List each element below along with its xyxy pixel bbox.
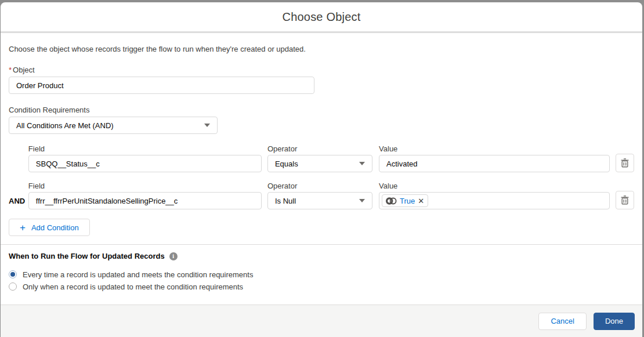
add-condition-label: Add Condition [31, 223, 79, 232]
page-title: Choose Object [283, 10, 361, 24]
condition-2-field-value: ffrr__ffrrPerUnitStandaloneSellingPrice_… [36, 197, 178, 205]
field-column-label: Field [28, 144, 262, 153]
condition-2-field-input[interactable]: ffrr__ffrrPerUnitStandaloneSellingPrice_… [28, 192, 262, 209]
done-button[interactable]: Done [594, 313, 635, 330]
add-condition-button[interactable]: + Add Condition [9, 219, 90, 236]
plus-icon: + [20, 223, 26, 233]
field-column-label: Field [28, 182, 262, 190]
condition-1-operator-select[interactable]: Equals [267, 155, 372, 172]
value-pill[interactable]: True ✕ [382, 194, 428, 207]
chevron-down-icon [359, 162, 365, 165]
condition-requirements-value: All Conditions Are Met (AND) [16, 121, 114, 130]
when-to-run-options: Every time a record is updated and meets… [9, 269, 253, 293]
condition-requirements-label: Condition Requirements [9, 106, 89, 114]
delete-condition-1-button[interactable] [616, 154, 634, 172]
value-column-label: Value [379, 144, 610, 153]
info-icon[interactable]: i [169, 252, 178, 260]
condition-1-value-input[interactable]: Activated [379, 155, 610, 172]
condition-1-field-input[interactable]: SBQQ__Status__c [28, 155, 262, 172]
when-to-run-heading-text: When to Run the Flow for Updated Records [9, 252, 165, 260]
trash-icon [621, 158, 629, 168]
operator-column-label: Operator [267, 144, 372, 153]
remove-pill-icon[interactable]: ✕ [418, 197, 424, 205]
condition-2-operator-select[interactable]: Is Null [267, 192, 372, 209]
pill-value-label: True [400, 197, 415, 205]
cancel-button[interactable]: Cancel [538, 313, 586, 330]
object-input-value: Order Product [16, 81, 64, 90]
radio-option-label: Every time a record is updated and meets… [23, 270, 253, 279]
section-divider [1, 244, 642, 245]
condition-2-value-input[interactable]: True ✕ [379, 192, 610, 209]
condition-prefix [9, 155, 28, 172]
condition-and-prefix: AND [9, 192, 28, 209]
object-input[interactable]: Order Product [9, 77, 314, 94]
radio-option-label: Only when a record is updated to meet th… [23, 282, 243, 291]
trash-icon [621, 195, 629, 205]
object-field-label: *Object [9, 66, 35, 74]
delete-condition-2-button[interactable] [616, 191, 634, 209]
operator-column-label: Operator [267, 182, 372, 190]
chevron-down-icon [359, 199, 365, 202]
condition-row: AND Field ffrr__ffrrPerUnitStandaloneSel… [9, 182, 634, 209]
radio-option-only-when[interactable]: Only when a record is updated to meet th… [9, 281, 253, 292]
condition-1-field-value: SBQQ__Status__c [36, 160, 100, 168]
toggle-icon [386, 197, 397, 205]
choose-object-dialog: Choose Object Choose the object whose re… [1, 2, 642, 337]
dialog-footer: Cancel Done [1, 305, 642, 337]
condition-row: Field SBQQ__Status__c Operator Equals Va… [9, 144, 634, 172]
condition-requirements-select[interactable]: All Conditions Are Met (AND) [9, 117, 218, 134]
radio-selected-icon[interactable] [9, 270, 17, 278]
required-asterisk: * [9, 66, 12, 74]
chevron-down-icon [204, 124, 210, 127]
when-to-run-heading: When to Run the Flow for Updated Records… [9, 252, 178, 260]
dialog-header: Choose Object [1, 2, 642, 33]
radio-option-every-time[interactable]: Every time a record is updated and meets… [9, 269, 253, 280]
condition-1-operator-value: Equals [275, 160, 298, 168]
radio-unselected-icon[interactable] [9, 282, 17, 291]
condition-1-value: Activated [386, 160, 417, 168]
condition-2-operator-value: Is Null [275, 197, 296, 205]
value-column-label: Value [379, 182, 610, 190]
dialog-description: Choose the object whose records trigger … [9, 45, 634, 53]
object-label-text: Object [13, 66, 35, 74]
